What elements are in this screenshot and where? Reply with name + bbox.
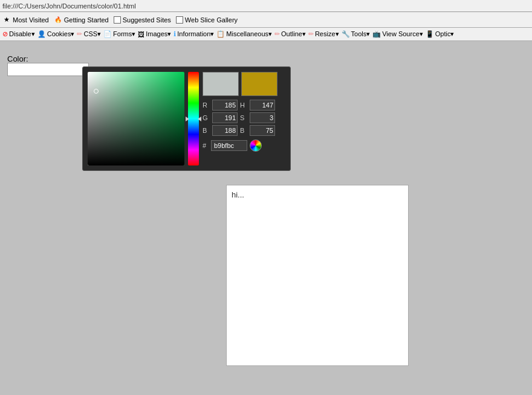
cookies-icon: 👤 [37,30,46,38]
star-icon: ★ [2,16,11,24]
b-rgb-label: B [203,127,210,134]
content-area: Color: R [0,41,532,395]
b-hsb-label: B [240,127,247,134]
r-row: R H [203,100,285,111]
g-row: G S [203,112,285,123]
toolbar-view-source[interactable]: 📺 View Source▾ [372,30,423,38]
resize-icon: ✏ [308,30,314,38]
bookmark-web-slice-gallery[interactable]: Web Slice Gallery [176,16,238,24]
color-picker-popup: R H G S B B [82,66,291,171]
toolbar-label: Images▾ [146,30,171,38]
color-label: Color: [7,54,28,63]
color-picker-top: R H G S B B [88,72,285,165]
bookmark-label: Web Slice Gallery [185,16,238,24]
forms-icon: 📄 [103,30,112,38]
toolbar-miscellaneous[interactable]: 📋 Miscellaneous▾ [216,30,272,38]
hex-label: # [203,142,209,149]
bookmark-label: Getting Started [64,16,109,24]
bookmark-label: Suggested Sites [123,16,171,24]
bookmark-getting-started[interactable]: 🔥 Getting Started [54,16,109,24]
r-input[interactable] [212,100,238,111]
b-hsb-input[interactable] [250,125,275,136]
toolbar: ⊘ Disable▾ 👤 Cookies▾ ✏ CSS▾ 📄 Forms▾ 🖼 … [0,28,532,41]
view-source-icon: 📺 [372,30,381,38]
toolbar-label: View Source▾ [382,30,423,38]
address-bar: file:///C:/Users/John/Documents/color/01… [0,0,532,12]
bookmark-suggested-sites[interactable]: Suggested Sites [114,16,171,24]
r-label: R [203,101,210,109]
color-wheel-button[interactable] [250,140,262,152]
h-input[interactable] [250,100,275,111]
swatch-new-color [203,72,239,96]
h-label: H [240,101,247,109]
disable-icon: ⊘ [2,30,8,38]
toolbar-label: Tools▾ [351,30,371,38]
color-gradient-box[interactable] [88,72,184,165]
toolbar-options[interactable]: 📱 Optic▾ [426,30,455,38]
checkbox-icon [114,16,121,24]
toolbar-label: Resize▾ [315,30,339,38]
text-box: hi... [226,185,409,366]
tools-icon: 🔧 [342,30,350,38]
outline-icon: ✏ [274,30,280,38]
toolbar-information[interactable]: ℹ Information▾ [174,30,214,38]
toolbar-label: Disable▾ [9,30,35,38]
toolbar-label: Forms▾ [113,30,135,38]
hex-input[interactable] [211,140,247,151]
toolbar-label: Information▾ [177,30,214,38]
swatch-old-color [241,72,277,96]
g-input[interactable] [212,112,238,123]
fire-icon: 🔥 [54,16,62,24]
css-icon: ✏ [77,30,82,38]
hue-arrow-right [198,117,201,121]
b-input[interactable] [212,125,238,136]
hue-slider[interactable] [188,72,199,165]
misc-icon: 📋 [216,30,225,38]
toolbar-css[interactable]: ✏ CSS▾ [77,30,101,38]
bookmark-most-visited[interactable]: ★ Most Visited [2,16,49,24]
toolbar-label: Optic▾ [435,30,455,38]
options-icon: 📱 [426,30,434,38]
toolbar-resize[interactable]: ✏ Resize▾ [308,30,339,38]
toolbar-label: Miscellaneous▾ [226,30,272,38]
color-input-display[interactable] [7,63,89,76]
toolbar-label: Cookies▾ [47,30,75,38]
text-box-content: hi... [227,185,408,204]
bookmarks-bar: ★ Most Visited 🔥 Getting Started Suggest… [0,12,532,28]
toolbar-cookies[interactable]: 👤 Cookies▾ [37,30,75,38]
gradient-cursor [94,89,99,94]
toolbar-images[interactable]: 🖼 Images▾ [138,30,171,38]
b-row: B B [203,125,285,136]
s-label: S [240,114,247,121]
toolbar-label: Outline▾ [281,30,306,38]
color-inputs-grid: R H G S B B [203,100,285,136]
s-input[interactable] [250,112,275,123]
hex-row: # [203,140,285,152]
checkbox-icon [176,16,183,24]
g-label: G [203,114,210,121]
info-icon: ℹ [174,30,176,38]
color-preview-section: R H G S B B [203,72,285,165]
address-url: file:///C:/Users/John/Documents/color/01… [2,2,136,10]
toolbar-forms[interactable]: 📄 Forms▾ [103,30,135,38]
color-swatches [203,72,285,96]
toolbar-outline[interactable]: ✏ Outline▾ [274,30,306,38]
images-icon: 🖼 [138,31,144,38]
toolbar-label: CSS▾ [83,30,101,38]
toolbar-disable[interactable]: ⊘ Disable▾ [2,30,35,38]
hue-arrow-left [186,117,189,121]
bookmark-label: Most Visited [13,16,49,24]
toolbar-tools[interactable]: 🔧 Tools▾ [342,30,371,38]
